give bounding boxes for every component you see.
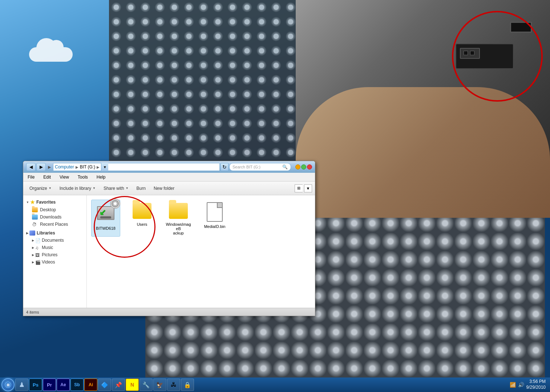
breadcrumb-drive: BIT (G:)	[80, 164, 95, 170]
sidebar-item-documents[interactable]: ▶ 📄 Documents	[23, 237, 86, 244]
share-with-button[interactable]: Share with ▼	[100, 183, 132, 194]
taskbar-app-norton[interactable]: N	[126, 379, 139, 391]
tray-volume-icon: 🔊	[518, 382, 524, 388]
file-item-windowsimagebackup[interactable]: WindowsImageBackup	[164, 200, 193, 237]
breadcrumb-arrow: ▶	[46, 165, 52, 170]
window-controls	[295, 164, 312, 170]
file-item-bitwd618[interactable]: ↙ BITWD618	[91, 200, 120, 237]
sidebar: ▼ ★ Favorites Desktop Downloads ⏱ Re	[23, 195, 87, 308]
search-icon: 🔍	[282, 164, 288, 170]
forward-button[interactable]: ▶	[36, 163, 46, 171]
wimb-folder-icon	[169, 203, 188, 219]
taskbar-app-steam[interactable]: ♟	[15, 379, 28, 391]
refresh-button[interactable]: ↻	[221, 163, 229, 171]
users-icon-container	[130, 201, 154, 221]
libraries-label: Libraries	[37, 230, 55, 236]
include-library-arrow: ▼	[93, 187, 96, 190]
share-arrow: ▼	[126, 187, 129, 190]
back-button[interactable]: ◀	[26, 163, 36, 171]
search-bar[interactable]: Search BIT (G:) 🔍	[229, 163, 291, 171]
taskbar-app-unknown3[interactable]: 🔧	[139, 379, 153, 391]
documents-label: Documents	[42, 238, 64, 243]
title-bar: ◀ ▶ ▶ Computer ▶ BIT (G:) ▶ ▼ ↻ Search B…	[23, 161, 315, 173]
organize-arrow: ▼	[49, 187, 52, 190]
close-button[interactable]	[307, 164, 312, 170]
favorites-expand-icon: ▼	[26, 201, 29, 204]
finger-image	[296, 87, 550, 218]
sidebar-item-recent-places[interactable]: ⏱ Recent Places	[23, 221, 86, 228]
taskbar-app-premiere[interactable]: Pr	[43, 379, 56, 391]
start-button[interactable]: ⊞	[1, 378, 15, 391]
search-placeholder: Search BIT (G:)	[232, 165, 260, 169]
breadcrumb-sep1: ▶	[76, 165, 78, 169]
sidebar-item-downloads[interactable]: Downloads	[23, 213, 86, 221]
music-label: Music	[42, 245, 53, 250]
taskbar-app-aftereffects[interactable]: Ae	[57, 379, 70, 391]
drive-icon: ↙	[97, 206, 114, 220]
taskbar-app-illustrator[interactable]: Ai	[84, 379, 97, 391]
sidebar-favorites-section: ▼ ★ Favorites Desktop Downloads ⏱ Re	[23, 198, 86, 228]
status-bar: 4 items	[23, 308, 315, 316]
taskbar-app-unknown1[interactable]: 🔷	[98, 379, 111, 391]
desktop-label: Desktop	[40, 207, 56, 212]
pictures-expand-icon: ▶	[32, 253, 34, 257]
organize-label: Organize	[29, 186, 47, 191]
organize-button[interactable]: Organize ▼	[26, 183, 55, 194]
burn-button[interactable]: Burn	[133, 183, 149, 194]
title-bar-nav: ◀ ▶ ▶ Computer ▶ BIT (G:) ▶ ▼ ↻ Search B…	[26, 163, 291, 171]
videos-icon: 🎬	[35, 260, 40, 264]
menu-view[interactable]: View	[58, 174, 70, 180]
taskbar-app-unknown2[interactable]: 📌	[112, 379, 125, 391]
usb-photo-area	[296, 0, 550, 218]
taskbar-app-lock[interactable]: 🔒	[181, 379, 194, 391]
address-bar[interactable]: Computer ▶ BIT (G:) ▶ ▼	[53, 163, 220, 171]
view-dropdown-button[interactable]: ▼	[304, 184, 312, 192]
menu-bar: File Edit View Tools Help	[23, 173, 315, 181]
recent-places-icon: ⏱	[32, 222, 38, 227]
sidebar-item-music[interactable]: ▶ ♫ Music	[23, 244, 86, 251]
file-item-users[interactable]: Users	[128, 200, 157, 237]
menu-file[interactable]: File	[26, 174, 36, 180]
file-label-wimb: WindowsImageBackup	[165, 222, 191, 235]
file-item-mediaid[interactable]: MediaID.bin	[200, 200, 229, 237]
bitwd618-icon-container: ↙	[94, 201, 117, 225]
menu-help[interactable]: Help	[95, 174, 107, 180]
file-label-users: Users	[137, 222, 147, 226]
sidebar-item-videos[interactable]: ▶ 🎬 Videos	[23, 258, 86, 266]
taskbar-app-photoshop[interactable]: Ps	[29, 379, 42, 391]
tray-network-icon: 📶	[510, 382, 516, 388]
libraries-icon	[29, 230, 35, 236]
taskbar-app-network[interactable]: 🖧	[167, 379, 180, 391]
downloads-label: Downloads	[40, 215, 61, 220]
usb-pin2	[470, 51, 474, 55]
maximize-button[interactable]	[301, 164, 306, 170]
address-dropdown-btn[interactable]: ▼	[101, 163, 108, 171]
include-in-library-label: Include in library	[60, 186, 91, 191]
usb-laptop-port	[510, 22, 532, 33]
file-label-mediaid: MediaID.bin	[204, 224, 226, 229]
sidebar-favorites-header[interactable]: ▼ ★ Favorites	[23, 198, 86, 206]
taskbar-clock[interactable]: 3:56 PM 9/29/2010	[526, 379, 546, 390]
include-in-library-button[interactable]: Include in library ▼	[56, 183, 99, 194]
sidebar-libraries-header[interactable]: ▶ Libraries	[23, 229, 86, 237]
green-download-arrow-icon: ↙	[99, 208, 106, 217]
share-with-label: Share with	[104, 186, 124, 191]
menu-edit[interactable]: Edit	[42, 174, 52, 180]
menu-tools[interactable]: Tools	[76, 174, 89, 180]
libraries-expand-icon: ▶	[26, 232, 28, 235]
videos-label: Videos	[42, 260, 55, 265]
view-icons-button[interactable]: ⊞	[295, 184, 303, 192]
new-folder-button[interactable]: New folder	[150, 183, 178, 194]
toolbar: Organize ▼ Include in library ▼ Share wi…	[23, 181, 315, 195]
favorites-label: Favorites	[36, 200, 56, 205]
pictures-icon: 🖼	[35, 253, 40, 257]
pictures-label: Pictures	[42, 252, 57, 257]
documents-icon: 📄	[35, 238, 40, 242]
taskbar-app-soundbooth[interactable]: Sb	[70, 379, 84, 391]
minimize-button[interactable]	[295, 164, 300, 170]
taskbar-app-unknown4[interactable]: 🦅	[153, 379, 166, 391]
sidebar-item-pictures[interactable]: ▶ 🖼 Pictures	[23, 251, 86, 258]
sidebar-item-desktop[interactable]: Desktop	[23, 206, 86, 213]
usb-connector	[456, 44, 514, 69]
file-label-bitwd618: BITWD618	[96, 226, 116, 230]
